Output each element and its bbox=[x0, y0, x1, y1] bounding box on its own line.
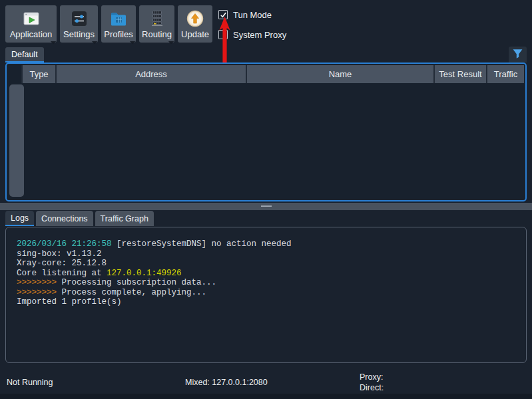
log-text: Imported 1 profile(s) bbox=[17, 297, 122, 307]
routing-button[interactable]: Routing bbox=[139, 5, 174, 43]
chevron-down-icon bbox=[48, 36, 57, 45]
log-line: Imported 1 profile(s) bbox=[17, 297, 521, 307]
chevron-down-icon bbox=[127, 36, 136, 45]
window-bottom-edge bbox=[0, 394, 532, 399]
settings-sliders-icon bbox=[70, 9, 89, 28]
column-header-type[interactable]: Type bbox=[21, 65, 55, 83]
log-line: sing-box: v1.13.2 bbox=[17, 249, 521, 259]
profiles-button[interactable]: Profiles bbox=[101, 5, 136, 43]
log-address: 127.0.0.1:49926 bbox=[107, 269, 182, 278]
status-direct-label: Direct: bbox=[360, 383, 384, 392]
splitter-handle[interactable] bbox=[0, 203, 532, 210]
log-arrows: >>>>>>>> bbox=[17, 288, 57, 297]
log-text: Core listening at bbox=[17, 269, 107, 278]
status-proxy-label: Proxy: bbox=[360, 372, 383, 382]
tab-connections-label: Connections bbox=[41, 214, 88, 223]
log-text: Processing subscription data... bbox=[57, 278, 216, 287]
bottom-tab-bar: Logs Connections Traffic Graph bbox=[5, 211, 154, 226]
chevron-down-icon bbox=[89, 36, 98, 45]
table-corner-cell bbox=[8, 65, 21, 83]
tun-mode-label: Tun Mode bbox=[233, 10, 272, 20]
log-line: >>>>>>>> Processing subscription data... bbox=[17, 278, 521, 288]
chevron-down-icon bbox=[166, 36, 174, 45]
log-line: Xray-core: 25.12.8 bbox=[17, 259, 521, 269]
routing-server-stack-icon bbox=[148, 9, 166, 28]
filter-funnel-icon bbox=[512, 48, 523, 62]
filter-button[interactable] bbox=[509, 47, 527, 63]
tab-connections[interactable]: Connections bbox=[36, 211, 93, 226]
splitter-grip-icon bbox=[261, 205, 272, 207]
checkbox-checked-icon bbox=[218, 10, 228, 19]
application-button[interactable]: Application bbox=[5, 5, 57, 43]
log-line: >>>>>>>> Process complete, applying... bbox=[17, 288, 521, 298]
log-timestamp: 2026/03/16 21:26:58 bbox=[17, 239, 112, 249]
tab-traffic-graph[interactable]: Traffic Graph bbox=[95, 211, 154, 226]
profiles-folder-icon bbox=[109, 9, 128, 28]
tab-logs[interactable]: Logs bbox=[5, 211, 34, 226]
column-header-name[interactable]: Name bbox=[246, 65, 433, 83]
settings-button[interactable]: Settings bbox=[60, 5, 98, 43]
tab-logs-label: Logs bbox=[11, 213, 29, 223]
system-proxy-label: System Proxy bbox=[233, 30, 286, 40]
mode-checkbox-group: Tun Mode System Proxy bbox=[218, 9, 286, 49]
toolbar: Application Settings bbox=[5, 5, 212, 43]
profile-tab-label: Default bbox=[11, 50, 38, 59]
column-header-traffic[interactable]: Traffic bbox=[486, 65, 524, 83]
log-arrows: >>>>>>>> bbox=[17, 278, 57, 287]
table-vertical-header bbox=[9, 84, 24, 197]
log-text: Xray-core: 25.12.8 bbox=[17, 259, 107, 268]
status-running-state: Not Running bbox=[7, 378, 53, 387]
log-text: sing-box: v1.13.2 bbox=[17, 249, 102, 259]
application-button-label: Application bbox=[10, 30, 53, 39]
column-header-test-result[interactable]: Test Result bbox=[433, 65, 486, 83]
log-line: Core listening at 127.0.0.1:49926 bbox=[17, 269, 521, 279]
table-header-row: Type Address Name Test Result Traffic bbox=[8, 65, 524, 83]
log-line: 2026/03/16 21:26:58 [restoreSystemDNS] n… bbox=[17, 239, 521, 249]
log-text: [restoreSystemDNS] no action needed bbox=[112, 239, 292, 249]
system-proxy-checkbox[interactable]: System Proxy bbox=[218, 29, 286, 40]
status-mixed-address: Mixed: 127.0.0.1:2080 bbox=[185, 378, 268, 387]
update-arrow-icon bbox=[186, 9, 204, 28]
update-button-label: Update bbox=[181, 30, 209, 39]
application-window-icon bbox=[22, 9, 41, 28]
tun-mode-checkbox[interactable]: Tun Mode bbox=[218, 9, 286, 20]
log-output[interactable]: 2026/03/16 21:26:58 [restoreSystemDNS] n… bbox=[5, 227, 527, 363]
checkbox-unchecked-icon bbox=[218, 30, 228, 39]
server-table[interactable]: Type Address Name Test Result Traffic bbox=[5, 63, 527, 201]
column-header-address[interactable]: Address bbox=[55, 65, 246, 83]
tab-traffic-graph-label: Traffic Graph bbox=[101, 214, 148, 223]
app-window: Application Settings bbox=[0, 0, 532, 399]
profile-tab-default[interactable]: Default bbox=[5, 47, 44, 63]
update-button[interactable]: Update bbox=[178, 5, 212, 43]
log-text: Process complete, applying... bbox=[57, 288, 206, 297]
